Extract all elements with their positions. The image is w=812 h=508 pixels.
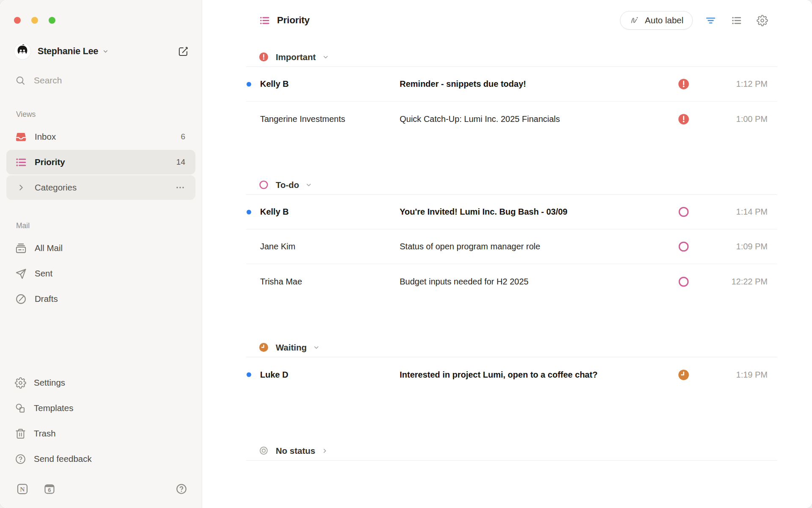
email-sender: Luke D [260,370,400,380]
email-sender: Tangerine Investments [260,114,400,124]
chevron-down-icon [305,182,312,188]
todo-icon [678,206,689,218]
sidebar-item-all-mail[interactable]: All Mail [6,236,195,260]
compose-icon [178,46,189,57]
avatar [14,43,30,59]
compose-button[interactable] [178,46,189,57]
list-view-icon [731,15,742,26]
email-group-waiting: WaitingLuke DInterested in project Lumi,… [246,338,777,392]
sidebar-footer: N 6 [16,483,187,495]
email-time: 1:12 PM [689,79,768,89]
auto-label-icon [629,15,640,26]
unread-dot [247,210,251,214]
priority-list-icon [259,15,270,26]
zoom-button[interactable] [49,17,55,24]
views-section-label: Views [16,110,202,119]
email-sender: Jane Kim [260,242,400,251]
gear-icon [15,377,26,389]
sidebar-spacer [0,312,202,370]
sidebar-item-label: Templates [34,403,73,413]
todo-status-badge[interactable] [678,206,689,218]
close-button[interactable] [14,17,21,24]
email-sender: Trisha Mae [260,277,400,287]
view-settings-button[interactable] [757,15,768,26]
window-controls [14,17,202,24]
help-circle-icon[interactable] [176,483,187,495]
email-group-important: ImportantKelly BReminder - snippets due … [246,47,777,136]
sidebar-item-settings[interactable]: Settings [6,370,195,395]
list-view-button[interactable] [731,15,742,26]
group-header-waiting[interactable]: Waiting [246,338,777,357]
email-subject: Quick Catch-Up: Lumi Inc. 2025 Financial… [400,114,669,124]
main-panel: Priority Auto label [202,0,812,508]
header-controls: Auto label [620,11,768,30]
auto-label-text: Auto label [645,15,683,25]
email-row[interactable]: Luke DInterested in project Lumi, open t… [246,357,777,392]
important-icon [678,113,689,125]
sidebar-item-label: Send feedback [34,454,92,464]
calendar-app-icon[interactable]: 6 [43,483,56,495]
search-button[interactable]: Search [15,75,189,86]
important-icon [259,52,269,62]
email-time: 1:09 PM [689,242,768,251]
all-mail-icon [15,242,27,254]
important-icon [678,78,689,90]
mail-section-label: Mail [16,221,202,230]
email-subject: Reminder - snippets due today! [400,79,669,89]
sidebar-item-sent[interactable]: Sent [6,261,195,286]
email-row[interactable]: Kelly BReminder - snippets due today!1:1… [246,67,777,102]
group-chevron[interactable] [322,54,329,61]
sidebar-item-label: Inbox [35,132,56,142]
priority-list-icon [15,156,27,168]
group-chevron[interactable] [305,182,312,188]
waiting-status-badge[interactable] [678,369,689,381]
email-time: 1:14 PM [689,207,768,217]
filter-button[interactable] [705,15,716,26]
email-row[interactable]: Kelly BYou're Invited! Lumi Inc. Bug Bas… [246,195,777,229]
group-label: Important [276,52,316,62]
email-row[interactable]: Trisha MaeBudget inputs needed for H2 20… [246,264,777,299]
todo-icon [678,241,689,252]
sidebar-item-drafts[interactable]: Drafts [6,287,195,311]
minimize-button[interactable] [31,17,38,24]
email-row[interactable]: Tangerine InvestmentsQuick Catch-Up: Lum… [246,102,777,136]
waiting-icon [259,342,269,352]
account-switcher[interactable]: Stephanie Lee [14,43,189,59]
group-chevron[interactable] [321,447,328,454]
priority-count: 14 [176,157,185,167]
more-options-icon[interactable] [175,182,185,193]
sidebar-item-priority[interactable]: Priority 14 [6,150,195,174]
group-header-important[interactable]: Important [246,47,777,67]
todo-icon [259,180,269,190]
todo-status-badge[interactable] [678,276,689,287]
group-label: No status [276,446,315,456]
email-subject: Interested in project Lumi, open to a co… [400,370,669,380]
email-time: 12:22 PM [689,277,768,287]
sidebar-item-label: Drafts [35,294,58,304]
important-status-badge[interactable] [678,113,689,125]
group-header-no-status[interactable]: No status [246,441,777,461]
auto-label-button[interactable]: Auto label [620,11,693,30]
important-status-badge[interactable] [678,78,689,90]
sidebar-item-trash[interactable]: Trash [6,421,195,446]
sidebar-item-send-feedback[interactable]: Send feedback [6,447,195,471]
notion-app-icon[interactable]: N [16,483,29,495]
chevron-right-icon [321,447,328,454]
group-header-todo[interactable]: To-do [246,175,777,195]
sidebar-item-templates[interactable]: Templates [6,396,195,420]
email-list: ImportantKelly BReminder - snippets due … [246,47,777,461]
sidebar-item-categories[interactable]: Categories [6,175,195,200]
waiting-icon [678,369,689,381]
todo-status-badge[interactable] [678,241,689,252]
todo-icon [678,276,689,287]
help-icon [15,453,26,465]
group-chevron[interactable] [313,344,320,351]
no-status-badge [259,446,269,456]
email-row[interactable]: Jane KimStatus of open program manager r… [246,229,777,264]
email-sender: Kelly B [260,79,400,89]
group-label: To-do [276,180,299,190]
page-title: Priority [277,15,310,26]
send-icon [15,268,27,280]
sidebar-item-inbox[interactable]: Inbox 6 [6,124,195,149]
email-group-todo: To-doKelly BYou're Invited! Lumi Inc. Bu… [246,175,777,299]
